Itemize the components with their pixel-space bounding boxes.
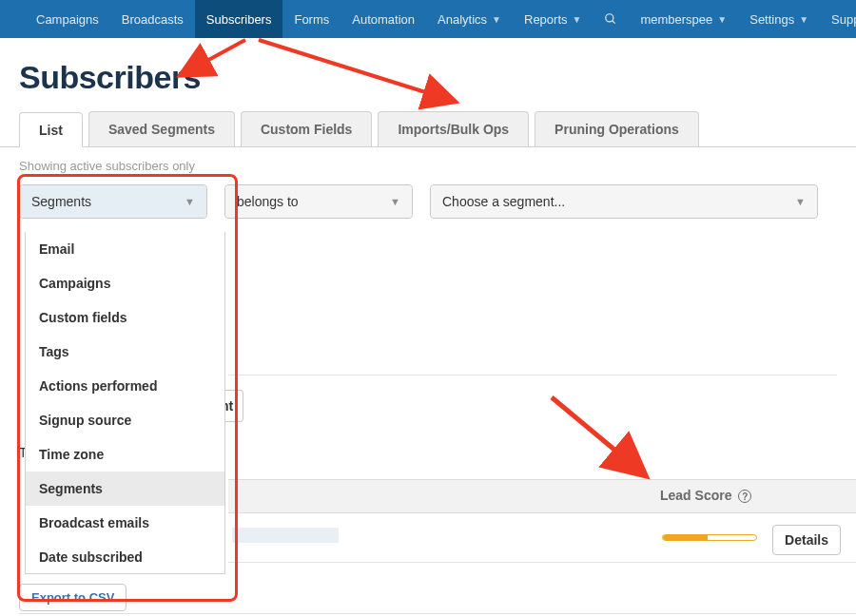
caret-down-icon: ▼ xyxy=(573,14,582,25)
caret-down-icon: ▼ xyxy=(185,196,195,207)
nav-label: memberspee xyxy=(640,12,712,27)
dropdown-option[interactable]: Time zone xyxy=(26,437,224,472)
tabs-row: List Saved Segments Custom Fields Import… xyxy=(0,111,856,147)
tab-list[interactable]: List xyxy=(19,112,83,147)
search-icon xyxy=(604,12,617,26)
nav-label: Subscribers xyxy=(206,12,272,27)
dropdown-option[interactable]: Campaigns xyxy=(26,266,224,300)
table-header-bar xyxy=(228,479,856,513)
dropdown-option[interactable]: Date subscribed xyxy=(26,540,224,574)
select-value: Segments xyxy=(31,194,91,209)
dropdown-option[interactable]: Broadcast emails xyxy=(26,506,224,540)
page-header: Subscribers xyxy=(0,38,856,111)
nav-forms[interactable]: Forms xyxy=(282,0,340,38)
dropdown-option[interactable]: Email xyxy=(26,232,224,266)
filter-value-select[interactable]: Choose a segment... ▼ xyxy=(430,184,818,219)
nav-campaigns[interactable]: Campaigns xyxy=(25,0,110,38)
nav-label: Broadcasts xyxy=(122,12,184,27)
filter-status-text: Showing active subscribers only xyxy=(19,159,837,173)
svg-point-0 xyxy=(606,14,613,22)
dropdown-option[interactable]: Segments xyxy=(26,472,224,506)
dropdown-option[interactable]: Actions performed xyxy=(26,369,224,403)
nav-broadcasts[interactable]: Broadcasts xyxy=(110,0,195,38)
tab-label: Custom Fields xyxy=(261,122,352,137)
lead-score-fill xyxy=(663,535,708,540)
redacted-cell xyxy=(232,528,339,543)
nav-search[interactable] xyxy=(593,0,629,38)
nav-analytics[interactable]: Analytics▼ xyxy=(426,0,513,38)
tab-saved-segments[interactable]: Saved Segments xyxy=(88,111,235,146)
caret-down-icon: ▼ xyxy=(717,14,727,25)
select-value: Choose a segment... xyxy=(442,194,565,209)
nav-subscribers[interactable]: Subscribers xyxy=(195,0,283,38)
filter-field-dropdown: EmailCampaignsCustom fieldsTagsActions p… xyxy=(25,232,225,574)
dropdown-list[interactable]: EmailCampaignsCustom fieldsTagsActions p… xyxy=(26,232,224,574)
caret-down-icon: ▼ xyxy=(492,14,501,25)
nav-label: Campaigns xyxy=(36,12,99,27)
filter-field-select[interactable]: Segments ▼ xyxy=(19,184,207,219)
nav-label: Reports xyxy=(524,12,568,27)
tab-imports-bulk-ops[interactable]: Imports/Bulk Ops xyxy=(378,111,529,146)
dropdown-option[interactable]: Signup source xyxy=(26,403,224,437)
tab-label: Imports/Bulk Ops xyxy=(398,122,509,137)
nav-automation[interactable]: Automation xyxy=(340,0,426,38)
svg-line-4 xyxy=(552,397,643,473)
caret-down-icon: ▼ xyxy=(799,14,808,25)
column-header-text: Lead Score xyxy=(660,488,731,503)
svg-line-1 xyxy=(613,21,615,24)
tab-pruning-ops[interactable]: Pruning Operations xyxy=(535,111,699,146)
help-icon[interactable]: ? xyxy=(738,490,751,503)
caret-down-icon: ▼ xyxy=(390,196,400,207)
nav-label: Support xyxy=(831,12,856,27)
nav-settings[interactable]: Settings▼ xyxy=(738,0,820,38)
dropdown-option[interactable]: Custom fields xyxy=(26,300,224,335)
dropdown-option[interactable]: Tags xyxy=(26,335,224,369)
tab-label: List xyxy=(39,123,63,138)
nav-reports[interactable]: Reports▼ xyxy=(513,0,593,38)
nav-account[interactable]: memberspee▼ xyxy=(629,0,738,38)
content-area: Showing active subscribers only Segments… xyxy=(0,147,856,230)
details-button[interactable]: Details xyxy=(772,525,841,555)
tab-label: Saved Segments xyxy=(108,122,215,137)
nav-label: Forms xyxy=(294,12,329,27)
filter-operator-select[interactable]: belongs to ▼ xyxy=(224,184,413,219)
page-title: Subscribers xyxy=(19,59,837,96)
export-csv-button[interactable]: Export to CSV xyxy=(19,584,126,611)
select-value: belongs to xyxy=(237,194,299,209)
tab-custom-fields[interactable]: Custom Fields xyxy=(241,111,372,146)
nav-label: Automation xyxy=(352,12,415,27)
caret-down-icon: ▼ xyxy=(795,196,806,207)
divider xyxy=(228,375,837,375)
lead-score-bar xyxy=(662,534,757,541)
tab-label: Pruning Operations xyxy=(554,122,679,137)
filter-row: Segments ▼ belongs to ▼ Choose a segment… xyxy=(19,184,837,219)
nav-label: Settings xyxy=(749,12,794,27)
column-header-lead-score: Lead Score ? xyxy=(660,488,751,503)
top-nav: Campaigns Broadcasts Subscribers Forms A… xyxy=(0,0,856,38)
nav-support[interactable]: Support▼ xyxy=(820,0,856,38)
nav-label: Analytics xyxy=(438,12,487,27)
divider xyxy=(19,613,856,614)
